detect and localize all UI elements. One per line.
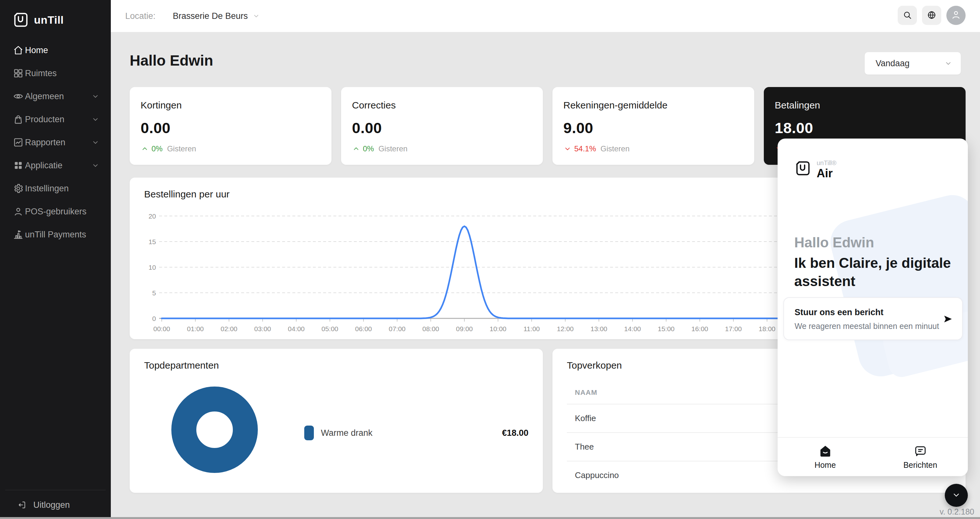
brand-logo: unTill <box>11 11 64 29</box>
chat-greeting: Hallo Edwin <box>794 235 874 251</box>
svg-text:18:00: 18:00 <box>759 325 776 332</box>
sidebar-item-label: Instellingen <box>25 184 69 194</box>
stat-card-delta: 0% <box>151 144 163 153</box>
svg-text:0: 0 <box>152 315 156 322</box>
chat-tabbar: HomeBerichten <box>778 437 968 476</box>
svg-text:09:00: 09:00 <box>456 325 473 332</box>
chat-tab-label: Berichten <box>904 460 937 470</box>
stat-card-compare: Gisteren <box>379 144 408 153</box>
trend-down-icon <box>563 144 572 153</box>
legend-marker <box>304 425 314 440</box>
legend-label: Warme drank <box>321 428 502 438</box>
eye-icon <box>13 91 24 102</box>
gear-icon <box>13 183 24 194</box>
stat-card-value: 18.00 <box>775 119 955 136</box>
svg-text:07:00: 07:00 <box>389 325 406 332</box>
logout-label: Uitloggen <box>33 500 70 510</box>
brand-name: unTill <box>34 14 64 26</box>
send-message-subtitle: We reageren meestal binnen een minuut <box>795 322 939 331</box>
chat-collapse-button[interactable] <box>945 484 968 507</box>
departments-donut-chart <box>171 387 258 473</box>
payments-icon <box>13 229 24 240</box>
chevron-down-icon <box>91 138 100 146</box>
send-message-title: Stuur ons een bericht <box>795 308 884 317</box>
sidebar-item-label: unTill Payments <box>25 230 86 240</box>
location-selector[interactable]: Brasserie De Beurs <box>173 11 248 21</box>
chat-tab-label: Home <box>815 460 836 470</box>
location-label: Locatie: <box>125 11 156 21</box>
globe-icon <box>927 10 937 21</box>
sidebar-item-label: Algemeen <box>25 92 64 102</box>
period-dropdown[interactable]: Vandaag <box>865 52 961 75</box>
stat-card-title: Correcties <box>352 100 532 111</box>
svg-text:13:00: 13:00 <box>590 325 608 332</box>
svg-text:01:00: 01:00 <box>187 325 204 332</box>
search-button[interactable] <box>898 6 917 25</box>
send-message-card[interactable]: Stuur ons een bericht We reageren meesta… <box>783 297 963 340</box>
page-greeting: Hallo Edwin <box>130 52 213 69</box>
svg-text:15:00: 15:00 <box>658 325 675 332</box>
chat-tab-berichten[interactable]: Berichten <box>873 438 968 476</box>
language-button[interactable] <box>922 6 941 25</box>
svg-text:17:00: 17:00 <box>725 325 742 332</box>
message-icon <box>914 444 927 458</box>
chat-headline: Ik ben Claire, je digitale assistent <box>794 254 951 290</box>
send-icon <box>943 314 953 324</box>
svg-text:03:00: 03:00 <box>254 325 271 332</box>
apps-icon <box>13 160 24 171</box>
svg-text:10:00: 10:00 <box>490 325 507 332</box>
svg-text:16:00: 16:00 <box>692 325 708 332</box>
app-version: v. 0.2.180 <box>940 507 974 516</box>
stat-card-delta: 54.1% <box>574 144 596 153</box>
chat-assistant-widget: unTill® Air Hallo Edwin Ik ben Claire, j… <box>778 138 968 476</box>
topbar: Locatie: Brasserie De Beurs <box>111 0 980 32</box>
sidebar-item-producten[interactable]: Producten <box>0 108 111 131</box>
search-icon <box>902 10 912 21</box>
svg-text:02:00: 02:00 <box>221 325 238 332</box>
stat-card-value: 9.00 <box>563 119 743 136</box>
air-brand-small: unTill® <box>817 159 837 167</box>
svg-text:11:00: 11:00 <box>523 325 540 332</box>
untill-air-logo-icon <box>794 159 811 177</box>
svg-text:08:00: 08:00 <box>422 325 439 332</box>
user-icon <box>951 9 961 21</box>
svg-text:05:00: 05:00 <box>321 325 339 332</box>
chevron-down-icon <box>91 92 100 100</box>
stat-card-value: 0.00 <box>141 119 321 136</box>
stat-card-title: Betalingen <box>775 100 955 111</box>
sidebar-item-pos-gebruikers[interactable]: POS-gebruikers <box>0 200 111 223</box>
user-avatar[interactable] <box>947 6 966 25</box>
stat-card-kortingen: Kortingen0.000%Gisteren <box>130 87 331 165</box>
sidebar-nav: HomeRuimtesAlgemeenProductenRapportenApp… <box>0 39 111 246</box>
untill-logo-icon <box>11 11 29 29</box>
sidebar-item-ruimtes[interactable]: Ruimtes <box>0 62 111 85</box>
sidebar-item-algemeen[interactable]: Algemeen <box>0 85 111 108</box>
sidebar-item-label: Rapporten <box>25 138 65 148</box>
stat-card-correcties: Correcties0.000%Gisteren <box>341 87 543 165</box>
sidebar-item-instellingen[interactable]: Instellingen <box>0 177 111 200</box>
svg-text:5: 5 <box>152 289 156 297</box>
logout-icon <box>17 500 27 510</box>
chat-tab-home[interactable]: Home <box>778 438 873 476</box>
chevron-down-icon[interactable] <box>252 12 260 20</box>
trend-up-icon <box>141 144 149 153</box>
svg-text:12:00: 12:00 <box>557 325 574 332</box>
air-brand-big: Air <box>817 167 837 180</box>
sidebar-item-applicatie[interactable]: Applicatie <box>0 154 111 177</box>
sidebar: unTill HomeRuimtesAlgemeenProductenRappo… <box>0 0 111 519</box>
stat-card-rekeningen-gemiddelde: Rekeningen-gemiddelde9.0054.1%Gisteren <box>552 87 754 165</box>
sidebar-item-rapporten[interactable]: Rapporten <box>0 131 111 154</box>
stat-card-compare: Gisteren <box>600 144 630 153</box>
bag-icon <box>13 114 24 125</box>
chevron-down-icon <box>951 490 961 501</box>
chevron-down-icon <box>91 115 100 124</box>
sidebar-item-untill-payments[interactable]: unTill Payments <box>0 223 111 246</box>
svg-text:20: 20 <box>149 213 156 220</box>
logout-button[interactable]: Uitloggen <box>0 494 111 516</box>
stat-card-delta: 0% <box>363 144 374 153</box>
rooms-icon <box>13 68 24 79</box>
orders-chart-title: Bestellingen per uur <box>144 189 230 200</box>
svg-text:04:00: 04:00 <box>288 325 305 332</box>
departments-legend: Warme drank€18.00 <box>304 425 528 440</box>
sidebar-item-home[interactable]: Home <box>0 39 111 62</box>
